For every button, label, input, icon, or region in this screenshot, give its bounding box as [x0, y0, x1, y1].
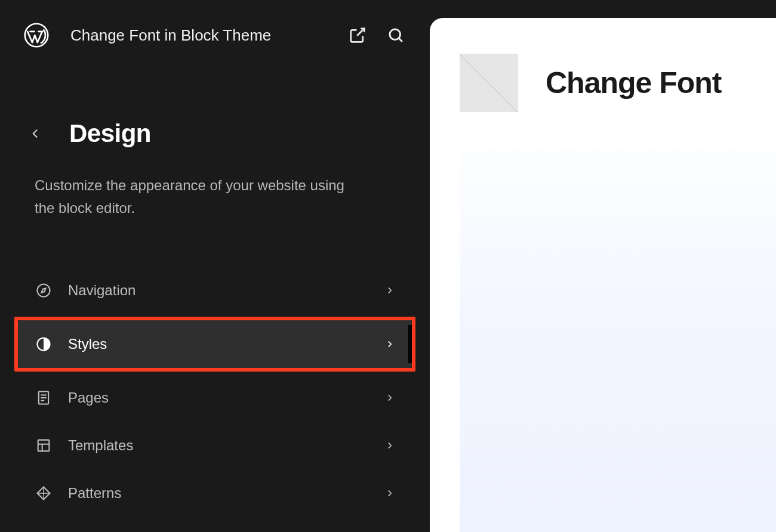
back-button[interactable] [24, 122, 47, 145]
highlight-annotation: Styles [14, 317, 415, 372]
page-icon [35, 389, 53, 407]
site-editor-sidebar: Change Font in Block Theme Design Custom… [0, 0, 430, 532]
menu-item-styles[interactable]: Styles [18, 320, 412, 368]
preview-content-area [460, 148, 776, 532]
svg-point-2 [38, 284, 50, 296]
menu-item-label: Navigation [68, 282, 384, 299]
panel-header: Design [0, 119, 430, 148]
svg-rect-8 [38, 440, 50, 451]
menu-item-navigation[interactable]: Navigation [18, 267, 412, 314]
site-preview-panel[interactable]: Change Font [430, 18, 776, 532]
site-title: Change Font in Block Theme [60, 26, 337, 45]
diamond-icon [35, 484, 53, 502]
menu-item-label: Pages [68, 389, 384, 406]
design-menu: Navigation Styles Pages [0, 267, 430, 517]
panel-description: Customize the appearance of your website… [0, 174, 388, 220]
half-circle-icon [35, 335, 53, 353]
menu-item-patterns[interactable]: Patterns [18, 469, 412, 517]
panel-title: Design [69, 119, 151, 148]
search-icon[interactable] [386, 25, 406, 45]
menu-item-label: Patterns [68, 485, 384, 502]
view-site-icon[interactable] [347, 25, 368, 45]
chevron-right-icon [384, 392, 395, 403]
layout-icon [35, 437, 53, 454]
wordpress-logo-icon[interactable] [24, 23, 49, 48]
chevron-right-icon [384, 488, 395, 499]
chevron-right-icon [384, 440, 395, 451]
compass-icon [35, 282, 53, 299]
menu-item-label: Styles [68, 336, 384, 352]
preview-site-title: Change Font [546, 66, 722, 100]
menu-item-label: Templates [68, 437, 384, 454]
preview-header: Change Font [430, 18, 776, 112]
chevron-right-icon [384, 339, 395, 349]
menu-item-pages[interactable]: Pages [18, 374, 412, 422]
menu-item-templates[interactable]: Templates [18, 422, 412, 469]
sidebar-topbar: Change Font in Block Theme [0, 0, 430, 48]
chevron-right-icon [384, 285, 395, 296]
site-logo-placeholder [460, 54, 518, 112]
